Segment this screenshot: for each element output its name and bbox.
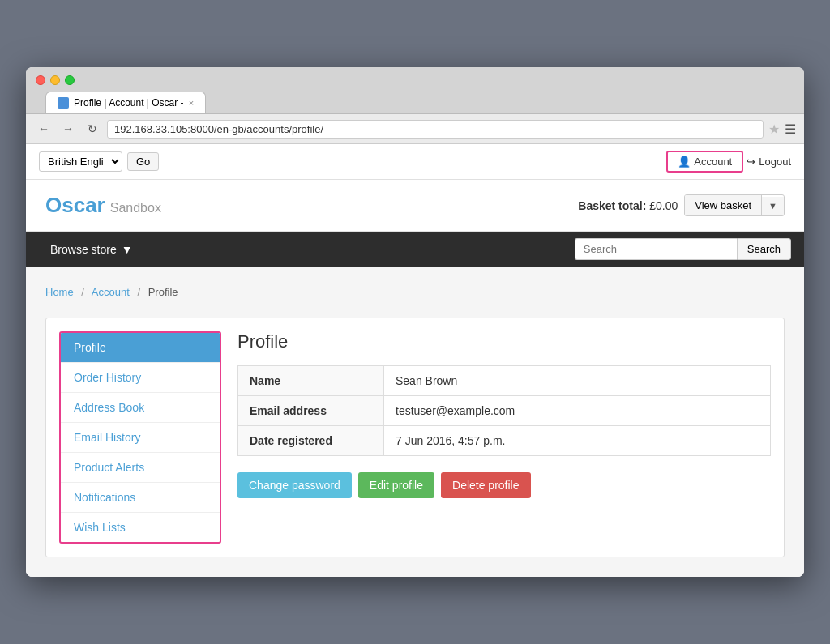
breadcrumb-account[interactable]: Account xyxy=(92,286,130,298)
basket-caret-icon: ▼ xyxy=(762,197,784,215)
basket-area: Basket total: £0.00 View basket ▼ xyxy=(578,194,785,216)
browse-store-label: Browse store xyxy=(50,243,117,256)
field-value-date: 7 Jun 2016, 4:57 p.m. xyxy=(384,426,771,456)
view-basket-button[interactable]: View basket ▼ xyxy=(684,194,785,216)
site-header: Oscar Sandbox Basket total: £0.00 View b… xyxy=(26,180,804,232)
action-buttons: Change password Edit profile Delete prof… xyxy=(237,472,771,498)
user-icon: 👤 xyxy=(678,156,691,168)
field-label-date: Date registered xyxy=(238,426,384,456)
browser-toolbar: ← → ↻ ★ ☰ xyxy=(26,114,804,144)
minimize-dot[interactable] xyxy=(50,75,60,85)
account-button[interactable]: 👤 Account xyxy=(666,151,743,173)
field-value-name: Sean Brown xyxy=(384,366,771,396)
sidebar-item-label: Notifications xyxy=(74,491,135,504)
back-button[interactable]: ← xyxy=(34,119,53,139)
sidebar-item-notifications[interactable]: Notifications xyxy=(61,483,220,513)
sidebar-item-label: Order History xyxy=(74,371,141,384)
table-row-email: Email address testuser@example.com xyxy=(238,396,771,426)
top-bar-right: 👤 Account ↪ Logout xyxy=(666,151,791,173)
tab-title: Profile | Account | Oscar - xyxy=(74,97,184,109)
view-basket-label: View basket xyxy=(685,195,762,215)
page-content: British Engli Go 👤 Account ↪ Logout Osca… xyxy=(26,144,804,577)
logo-sandbox: Sandbox xyxy=(110,201,161,215)
sidebar-item-address-book[interactable]: Address Book xyxy=(61,393,220,423)
breadcrumb-home[interactable]: Home xyxy=(45,286,74,298)
site-logo: Oscar Sandbox xyxy=(45,193,161,218)
field-label-name: Name xyxy=(238,366,384,396)
change-password-button[interactable]: Change password xyxy=(237,472,352,498)
go-button[interactable]: Go xyxy=(127,152,159,171)
sidebar: Profile Order History Address Book Email… xyxy=(59,331,221,544)
profile-title: Profile xyxy=(237,331,771,352)
browser-controls xyxy=(36,75,794,85)
table-row-name: Name Sean Brown xyxy=(238,366,771,396)
sidebar-item-label: Address Book xyxy=(74,401,144,414)
table-row-date: Date registered 7 Jun 2016, 4:57 p.m. xyxy=(238,426,771,456)
field-value-email: testuser@example.com xyxy=(384,396,771,426)
profile-info-table: Name Sean Brown Email address testuser@e… xyxy=(237,365,771,456)
sidebar-item-wish-lists[interactable]: Wish Lists xyxy=(61,513,220,542)
profile-section: Profile Name Sean Brown Email address te… xyxy=(237,331,771,544)
forward-button[interactable]: → xyxy=(58,119,78,139)
breadcrumb: Home / Account / Profile xyxy=(45,279,785,305)
breadcrumb-sep-1: / xyxy=(81,286,84,298)
delete-profile-button[interactable]: Delete profile xyxy=(441,472,531,498)
close-dot[interactable] xyxy=(36,75,45,85)
sidebar-item-email-history[interactable]: Email History xyxy=(61,423,220,453)
logo-oscar: Oscar xyxy=(45,193,105,218)
sidebar-item-product-alerts[interactable]: Product Alerts xyxy=(61,453,220,483)
active-tab[interactable]: Profile | Account | Oscar - × xyxy=(45,92,206,113)
basket-total-value: £0.00 xyxy=(649,199,678,212)
search-button[interactable]: Search xyxy=(737,238,791,260)
content-layout: Profile Order History Address Book Email… xyxy=(45,318,785,557)
browse-store-caret-icon: ▼ xyxy=(122,243,133,256)
tab-close-icon[interactable]: × xyxy=(189,98,194,108)
search-input[interactable] xyxy=(575,238,737,260)
account-label: Account xyxy=(694,156,732,168)
sidebar-item-label: Product Alerts xyxy=(74,461,144,474)
search-area: Search xyxy=(575,232,791,267)
nav-bar: Browse store ▼ Search xyxy=(26,232,804,267)
edit-profile-button[interactable]: Edit profile xyxy=(358,472,434,498)
breadcrumb-current: Profile xyxy=(148,286,178,298)
tab-favicon xyxy=(58,97,69,109)
basket-total-label: Basket total: xyxy=(578,199,646,212)
sidebar-item-label: Profile xyxy=(74,341,106,354)
menu-icon[interactable]: ☰ xyxy=(785,122,796,137)
browser-window: Profile | Account | Oscar - × ← → ↻ ★ ☰ … xyxy=(26,67,804,577)
breadcrumb-sep-2: / xyxy=(137,286,140,298)
top-bar-left: British Engli Go xyxy=(39,151,159,172)
address-bar[interactable] xyxy=(107,120,764,139)
sidebar-item-profile[interactable]: Profile xyxy=(61,333,220,363)
sidebar-item-label: Wish Lists xyxy=(74,521,126,534)
language-selector[interactable]: British Engli xyxy=(39,151,122,172)
field-label-email: Email address xyxy=(238,396,384,426)
browser-tabs: Profile | Account | Oscar - × xyxy=(45,92,794,113)
main-content: Home / Account / Profile Profile Order H… xyxy=(26,267,804,577)
browser-titlebar: Profile | Account | Oscar - × xyxy=(26,67,804,114)
top-bar: British Engli Go 👤 Account ↪ Logout xyxy=(26,144,804,180)
logout-label: Logout xyxy=(759,156,791,168)
browse-store-button[interactable]: Browse store ▼ xyxy=(39,233,144,266)
sidebar-item-label: Email History xyxy=(74,431,140,444)
refresh-button[interactable]: ↻ xyxy=(83,119,102,139)
logout-icon: ↪ xyxy=(747,156,755,168)
logout-button[interactable]: ↪ Logout xyxy=(747,156,791,168)
sidebar-item-order-history[interactable]: Order History xyxy=(61,363,220,393)
bookmark-icon[interactable]: ★ xyxy=(768,122,780,137)
maximize-dot[interactable] xyxy=(65,75,75,85)
basket-total: Basket total: £0.00 xyxy=(578,199,678,212)
